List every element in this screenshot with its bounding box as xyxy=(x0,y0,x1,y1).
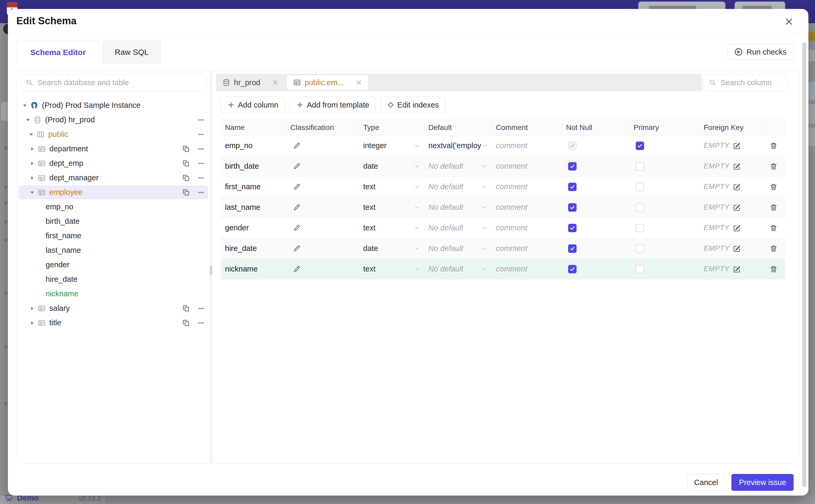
column-name[interactable]: birth_date xyxy=(225,162,259,171)
primary-checkbox[interactable] xyxy=(636,224,644,232)
delete-column-icon[interactable] xyxy=(770,142,778,150)
caret-icon[interactable] xyxy=(29,190,36,195)
run-checks-button[interactable]: Run checks xyxy=(727,44,794,60)
more-options-icon[interactable] xyxy=(197,304,205,312)
delete-column-icon[interactable] xyxy=(770,183,778,191)
primary-checkbox[interactable] xyxy=(636,265,644,273)
tree-row-gender[interactable]: gender xyxy=(17,258,210,272)
column-name[interactable]: nickname xyxy=(225,265,258,273)
caret-icon[interactable] xyxy=(21,103,28,108)
tree-row-emp_no[interactable]: emp_no xyxy=(17,200,210,214)
column-name[interactable]: last_name xyxy=(225,203,260,212)
more-options-icon[interactable] xyxy=(197,159,205,167)
primary-checkbox[interactable] xyxy=(636,142,644,150)
copy-icon[interactable] xyxy=(182,319,190,327)
copy-icon[interactable] xyxy=(182,145,190,153)
copy-icon[interactable] xyxy=(182,174,190,182)
caret-icon[interactable] xyxy=(29,306,36,311)
primary-checkbox[interactable] xyxy=(636,162,644,171)
tree-row-salary[interactable]: salary xyxy=(17,301,210,316)
tree-row-public[interactable]: public xyxy=(17,127,210,142)
tree-row--prod-prod-sample-instance[interactable]: (Prod) Prod Sample Instance xyxy=(17,98,210,113)
copy-icon[interactable] xyxy=(182,304,190,312)
not-null-checkbox[interactable] xyxy=(568,203,577,212)
caret-icon[interactable] xyxy=(29,175,36,181)
more-options-icon[interactable] xyxy=(197,130,205,138)
edit-foreign-key-icon[interactable] xyxy=(733,162,741,170)
tree-row-last_name[interactable]: last_name xyxy=(17,243,210,258)
comment-input[interactable]: comment xyxy=(496,244,562,253)
edit-foreign-key-icon[interactable] xyxy=(733,183,741,191)
tab-schema-editor[interactable]: Schema Editor xyxy=(16,41,100,64)
edit-foreign-key-icon[interactable] xyxy=(733,265,741,273)
more-options-icon[interactable] xyxy=(197,319,205,327)
column-name[interactable]: gender xyxy=(225,224,249,232)
type-select[interactable]: date xyxy=(359,156,424,176)
delete-column-icon[interactable] xyxy=(770,162,778,170)
not-null-checkbox[interactable] xyxy=(568,244,577,253)
classification-edit-icon[interactable] xyxy=(293,245,300,252)
search-database-input[interactable]: Search database and table xyxy=(20,74,206,91)
close-icon[interactable] xyxy=(783,16,795,27)
add-column-button[interactable]: Add column xyxy=(221,97,285,113)
copy-icon[interactable] xyxy=(182,188,190,196)
delete-column-icon[interactable] xyxy=(770,245,778,253)
tree-row-first_name[interactable]: first_name xyxy=(17,229,210,243)
type-select[interactable]: integer xyxy=(359,135,424,156)
more-options-icon[interactable] xyxy=(197,116,205,124)
default-select[interactable]: No default xyxy=(424,238,492,259)
comment-input[interactable]: comment xyxy=(496,162,562,171)
close-tab-icon[interactable] xyxy=(355,79,362,86)
preview-issue-button[interactable]: Preview issue xyxy=(731,474,794,491)
edit-foreign-key-icon[interactable] xyxy=(733,142,741,150)
tree-row--prod-hr_prod[interactable]: (Prod) hr_prod xyxy=(17,113,210,127)
tree-row-hire_date[interactable]: hire_date xyxy=(17,272,210,287)
edit-foreign-key-icon[interactable] xyxy=(733,203,741,211)
delete-column-icon[interactable] xyxy=(770,265,778,273)
type-select[interactable]: text xyxy=(359,177,424,197)
type-select[interactable]: date xyxy=(359,238,424,259)
column-name[interactable]: first_name xyxy=(225,182,260,191)
edit-foreign-key-icon[interactable] xyxy=(733,245,741,253)
tree-row-title[interactable]: title xyxy=(17,316,210,330)
panel-resize-handle[interactable] xyxy=(210,71,212,463)
classification-edit-icon[interactable] xyxy=(293,204,300,211)
primary-checkbox[interactable] xyxy=(636,203,644,212)
not-null-checkbox[interactable] xyxy=(568,265,577,273)
default-select[interactable]: No default xyxy=(424,177,492,197)
add-from-template-button[interactable]: Add from template xyxy=(289,97,376,113)
more-options-icon[interactable] xyxy=(197,174,205,182)
default-select[interactable]: No default xyxy=(424,156,492,176)
tree-row-dept_emp[interactable]: dept_emp xyxy=(17,156,210,171)
comment-input[interactable]: comment xyxy=(496,203,562,212)
default-select[interactable]: No default xyxy=(424,218,492,238)
caret-icon[interactable] xyxy=(29,146,36,152)
edit-foreign-key-icon[interactable] xyxy=(733,224,741,232)
edit-indexes-button[interactable]: Edit indexes xyxy=(380,97,446,113)
tree-row-employee[interactable]: employee xyxy=(17,185,210,200)
more-options-icon[interactable] xyxy=(197,188,205,196)
tree-row-birth_date[interactable]: birth_date xyxy=(17,214,210,229)
type-select[interactable]: text xyxy=(359,197,424,217)
default-select[interactable]: nextval('employ xyxy=(424,135,492,156)
comment-input[interactable]: comment xyxy=(496,224,562,232)
classification-edit-icon[interactable] xyxy=(293,224,300,232)
copy-icon[interactable] xyxy=(182,159,190,167)
column-name[interactable]: hire_date xyxy=(225,244,257,253)
classification-edit-icon[interactable] xyxy=(293,163,300,170)
type-select[interactable]: text xyxy=(359,259,424,279)
classification-edit-icon[interactable] xyxy=(293,265,300,273)
not-null-checkbox[interactable] xyxy=(568,183,577,191)
type-select[interactable]: text xyxy=(359,218,424,238)
editor-tab-public-employee[interactable]: public.em... xyxy=(287,75,368,90)
column-name[interactable]: emp_no xyxy=(225,141,253,150)
not-null-checkbox[interactable] xyxy=(568,162,577,171)
default-select[interactable]: No default xyxy=(424,197,492,217)
editor-tab-hr-prod[interactable]: hr_prod xyxy=(216,74,285,91)
primary-checkbox[interactable] xyxy=(636,183,644,191)
tree-row-dept_manager[interactable]: dept_manager xyxy=(17,171,210,185)
delete-column-icon[interactable] xyxy=(770,203,778,211)
comment-input[interactable]: comment xyxy=(496,265,562,273)
caret-icon[interactable] xyxy=(29,161,36,166)
not-null-checkbox[interactable] xyxy=(568,224,577,232)
